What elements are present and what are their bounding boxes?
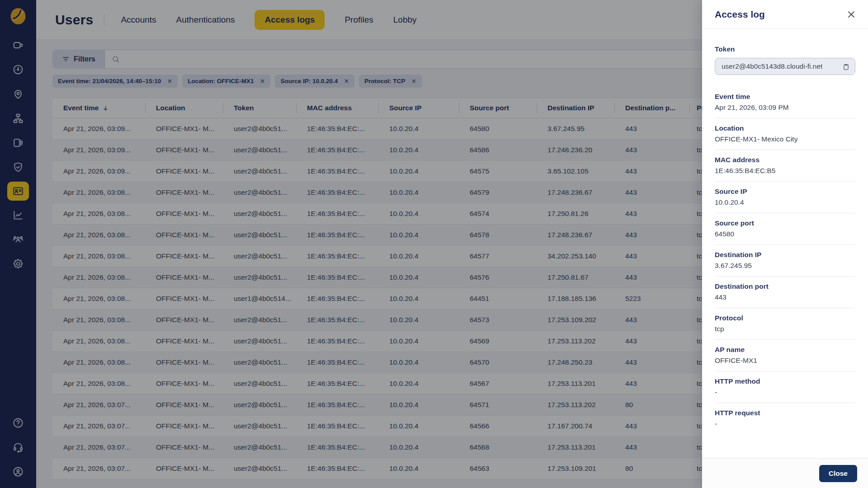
field-value: - [715, 388, 855, 396]
field-label: HTTP method [715, 377, 855, 385]
field-label: Protocol [715, 314, 855, 322]
field-value: - [715, 420, 855, 428]
field-label: Event time [715, 93, 855, 101]
field-label: Source IP [715, 188, 855, 196]
close-button[interactable]: Close [819, 465, 857, 482]
field-value: 1E:46:35:B4:EC:B5 [715, 167, 855, 175]
detail-field-protocol: Protocoltcp [715, 308, 855, 340]
close-icon[interactable] [846, 9, 856, 19]
field-label: Destination port [715, 282, 855, 291]
drawer-footer: Close [702, 458, 868, 488]
detail-field-event-time: Event timeApr 21, 2026, 03:09 PM [715, 87, 855, 118]
field-value: 443 [715, 293, 855, 301]
drawer-header: Access log [702, 0, 868, 29]
drawer-body: Token user2@4b0c5143d8.cloudi-fi.net Eve… [702, 29, 868, 434]
field-value: 3.67.245.95 [715, 262, 855, 270]
detail-field-location: LocationOFFICE-MX1- Mexico City [715, 118, 855, 150]
field-label: HTTP request [715, 409, 855, 417]
field-label: Source port [715, 219, 855, 227]
field-label: Destination IP [715, 251, 855, 259]
field-value: 64580 [715, 230, 855, 238]
field-label: MAC address [715, 156, 855, 164]
field-label: AP name [715, 346, 855, 354]
token-field: user2@4b0c5143d8.cloudi-fi.net [715, 58, 855, 75]
detail-field-mac-address: MAC address1E:46:35:B4:EC:B5 [715, 150, 855, 182]
field-value: OFFICE-MX1- Mexico City [715, 135, 855, 143]
field-label: Location [715, 124, 855, 132]
drawer-title: Access log [715, 9, 765, 20]
detail-field-http-request: HTTP request- [715, 403, 855, 434]
detail-field-source-ip: Source IP10.0.20.4 [715, 182, 855, 213]
field-value: OFFICE-MX1 [715, 357, 855, 365]
token-field-label: Token [715, 45, 855, 53]
copy-icon[interactable] [842, 63, 850, 70]
drawer-backdrop[interactable] [0, 0, 702, 488]
token-value: user2@4b0c5143d8.cloudi-fi.net [722, 62, 822, 70]
access-log-drawer: Access log Token user2@4b0c5143d8.cloudi… [702, 0, 868, 488]
detail-field-destination-ip: Destination IP3.67.245.95 [715, 245, 855, 277]
field-value: tcp [715, 325, 855, 333]
detail-field-http-method: HTTP method- [715, 371, 855, 403]
detail-field-ap-name: AP nameOFFICE-MX1 [715, 340, 855, 371]
field-value: Apr 21, 2026, 03:09 PM [715, 103, 855, 112]
field-value: 10.0.20.4 [715, 198, 855, 206]
detail-fields: Event timeApr 21, 2026, 03:09 PMLocation… [715, 87, 855, 434]
detail-field-destination-port: Destination port443 [715, 277, 855, 308]
detail-field-source-port: Source port64580 [715, 213, 855, 245]
